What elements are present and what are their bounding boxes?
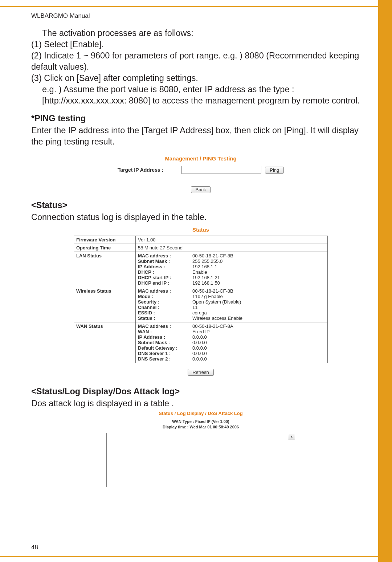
- kv-key: DHCP end IP :: [138, 280, 192, 286]
- kv-key: MAC address :: [138, 288, 192, 294]
- intro-step2: (2) Indicate 1 ~ 9600 for parameters of …: [31, 51, 359, 72]
- kv-row: DHCP start IP :192.168.1.21: [138, 275, 325, 280]
- kv-key: IP Address :: [138, 264, 192, 269]
- ping-button[interactable]: Ping: [265, 167, 284, 174]
- ping-panel-title: Management / PING Testing: [97, 155, 304, 162]
- kv-value: Enable: [192, 269, 325, 275]
- kv-value: Wireless access Enable: [192, 315, 325, 321]
- kv-value: 255.255.255.0: [192, 258, 325, 264]
- dos-heading: <Status/Log Display/Dos Attack log>: [31, 387, 370, 396]
- intro-step1: (1) Select [Enable].: [31, 40, 104, 49]
- kv-row: IP Address :0.0.0.0: [138, 334, 325, 340]
- kv-value: 0.0.0.0: [192, 351, 325, 356]
- target-ip-input[interactable]: [181, 166, 261, 174]
- kv-value: corega: [192, 310, 325, 315]
- kv-key: DHCP :: [138, 269, 192, 275]
- bottom-rule: [0, 556, 378, 557]
- status-table: Firmware Version Ver 1.00 Operating Time…: [74, 236, 328, 363]
- scroll-up-icon[interactable]: ▴: [288, 433, 295, 440]
- kv-value: 192.168.1.50: [192, 280, 325, 286]
- kv-value: 0.0.0.0: [192, 340, 325, 345]
- kv-row: Subnet Mask :255.255.255.0: [138, 258, 325, 264]
- kv-value: 00-50-18-21-CF-8A: [192, 323, 325, 329]
- dos-panel: Status / Log Display / DoS Attack Log WA…: [99, 411, 302, 489]
- kv-row: Default Gateway :0.0.0.0: [138, 345, 325, 351]
- kv-row: MAC address :00-50-18-21-CF-8B: [138, 253, 325, 258]
- kv-value: 0.0.0.0: [192, 334, 325, 340]
- kv-key: IP Address :: [138, 334, 192, 340]
- refresh-button[interactable]: Refresh: [188, 369, 214, 376]
- kv-row: ESSID :corega: [138, 310, 325, 315]
- lan-status-cell: MAC address :00-50-18-21-CF-8BSubnet Mas…: [136, 252, 328, 287]
- status-panel-title: Status: [74, 227, 328, 233]
- table-row: WAN Status MAC address :00-50-18-21-CF-8…: [74, 322, 328, 363]
- kv-row: Channel :11: [138, 305, 325, 310]
- kv-value: 11b / g Enable: [192, 294, 325, 299]
- ping-heading: *PING testing: [31, 114, 370, 123]
- dos-desc: Dos attack log is displayed in a table .: [31, 398, 370, 409]
- kv-key: Subnet Mask :: [138, 258, 192, 264]
- doc-header: WLBARGMO Manual: [31, 12, 370, 20]
- kv-value: 00-50-18-21-CF-8B: [192, 288, 325, 294]
- wireless-status-label: Wireless Status: [74, 287, 136, 322]
- kv-key: DNS Server 2 :: [138, 356, 192, 362]
- intro-step3a: (3) Click on [Save] after completing set…: [31, 73, 198, 83]
- wireless-status-cell: MAC address :00-50-18-21-CF-8BMode :11b …: [136, 287, 328, 322]
- ping-desc: Enter the IP address into the [Target IP…: [31, 125, 370, 147]
- dos-meta-line2: Display time : Wed Mar 01 00:58:49 2006: [99, 424, 302, 430]
- kv-row: DNS Server 2 :0.0.0.0: [138, 356, 325, 362]
- kv-value: Open System (Disable): [192, 299, 325, 305]
- kv-row: DNS Server 1 :0.0.0.0: [138, 351, 325, 356]
- kv-row: Subnet Mask :0.0.0.0: [138, 340, 325, 345]
- firmware-value: Ver 1.00: [136, 236, 328, 244]
- optime-value: 58 Minute 27 Second: [136, 244, 328, 252]
- target-ip-label: Target IP Address :: [118, 167, 164, 173]
- kv-value: Fixed IP: [192, 329, 325, 334]
- intro-line: The activation processes are as follows:: [31, 28, 370, 39]
- kv-row: IP Address :192.168.1.1: [138, 264, 325, 269]
- wan-status-label: WAN Status: [74, 322, 136, 363]
- optime-label: Operating Time: [74, 244, 136, 252]
- status-heading: <Status>: [31, 200, 370, 210]
- kv-key: Channel :: [138, 305, 192, 310]
- kv-value: 00-50-18-21-CF-8B: [192, 253, 325, 258]
- table-row: Firmware Version Ver 1.00: [74, 236, 328, 244]
- dos-meta-line1: WAN Type : Fixed IP (Ver 1.00): [99, 419, 302, 424]
- kv-value: 0.0.0.0: [192, 356, 325, 362]
- kv-key: DNS Server 1 :: [138, 351, 192, 356]
- kv-key: DHCP start IP :: [138, 275, 192, 280]
- kv-value: 0.0.0.0: [192, 345, 325, 351]
- top-rule: [0, 0, 378, 7]
- kv-value: 192.168.1.1: [192, 264, 325, 269]
- table-row: LAN Status MAC address :00-50-18-21-CF-8…: [74, 252, 328, 287]
- table-row: Operating Time 58 Minute 27 Second: [74, 244, 328, 252]
- kv-key: MAC address :: [138, 323, 192, 329]
- kv-key: Default Gateway :: [138, 345, 192, 351]
- intro-step3b: e.g. ) Assume the port value is 8080, en…: [31, 84, 370, 106]
- dos-log-textarea[interactable]: [106, 433, 295, 487]
- wan-status-cell: MAC address :00-50-18-21-CF-8AWAN :Fixed…: [136, 322, 328, 363]
- kv-row: Security :Open System (Disable): [138, 299, 325, 305]
- kv-row: DHCP end IP :192.168.1.50: [138, 280, 325, 286]
- kv-key: WAN :: [138, 329, 192, 334]
- status-panel: Status Firmware Version Ver 1.00 Operati…: [74, 227, 328, 376]
- kv-row: MAC address :00-50-18-21-CF-8B: [138, 288, 325, 294]
- kv-row: WAN :Fixed IP: [138, 329, 325, 334]
- kv-row: Status :Wireless access Enable: [138, 315, 325, 321]
- dos-panel-title: Status / Log Display / DoS Attack Log: [99, 411, 302, 416]
- lan-status-label: LAN Status: [74, 252, 136, 287]
- dos-meta: WAN Type : Fixed IP (Ver 1.00) Display t…: [99, 419, 302, 430]
- right-sidebar: [378, 0, 392, 562]
- kv-key: MAC address :: [138, 253, 192, 258]
- kv-row: Mode :11b / g Enable: [138, 294, 325, 299]
- kv-row: DHCP :Enable: [138, 269, 325, 275]
- status-desc: Connection status log is displayed in th…: [31, 212, 370, 223]
- kv-key: Mode :: [138, 294, 192, 299]
- kv-row: MAC address :00-50-18-21-CF-8A: [138, 323, 325, 329]
- ping-panel: Management / PING Testing Target IP Addr…: [97, 155, 304, 193]
- kv-key: ESSID :: [138, 310, 192, 315]
- back-button[interactable]: Back: [191, 186, 211, 193]
- kv-key: Security :: [138, 299, 192, 305]
- intro-block: The activation processes are as follows:…: [31, 28, 370, 106]
- table-row: Wireless Status MAC address :00-50-18-21…: [74, 287, 328, 322]
